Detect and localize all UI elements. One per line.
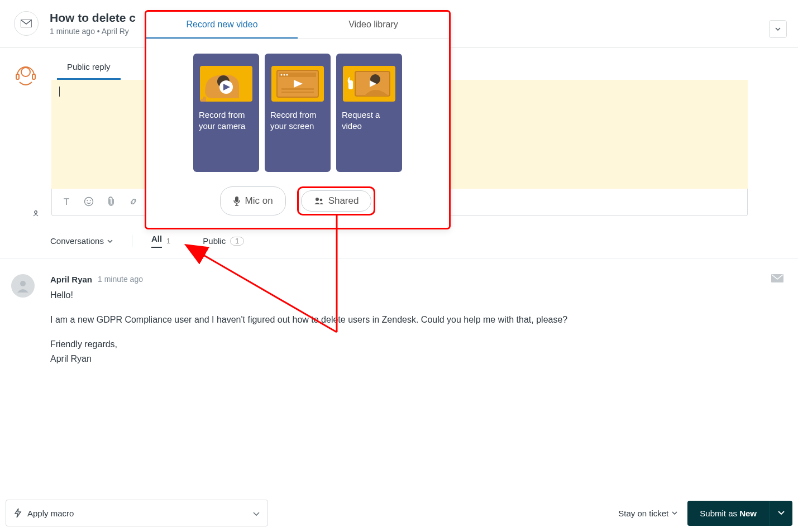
chevron-down-icon: [778, 511, 785, 515]
chevron-down-icon: [107, 239, 113, 243]
svg-point-7: [90, 200, 91, 201]
shared-button-highlight: Shared: [297, 186, 376, 215]
mic-icon: [233, 196, 241, 206]
conversations-label-text: Conversations: [50, 236, 104, 246]
msg-main: I am a new GDPR Compliance user and I ha…: [50, 313, 787, 327]
msg-sign2: April Ryan: [50, 352, 787, 366]
paperclip-icon: [107, 196, 116, 207]
submit-dropdown[interactable]: [769, 501, 792, 526]
shared-toggle[interactable]: Shared: [301, 190, 372, 212]
requester-avatar: [11, 274, 35, 298]
tab-video-library[interactable]: Video library: [298, 12, 449, 39]
svg-rect-2: [16, 74, 19, 79]
video-popover: Record new video Video library Record fr…: [145, 10, 451, 229]
chevron-down-icon: [775, 27, 781, 31]
bolt-icon: [14, 508, 22, 518]
chevron-down-icon: [672, 511, 677, 515]
conversations-label[interactable]: Conversations: [50, 236, 113, 246]
tab-record-new-video[interactable]: Record new video: [146, 12, 298, 39]
video-popover-tabs: Record new video Video library: [146, 12, 449, 39]
channel-badge: [14, 11, 39, 36]
card-camera-thumb: [200, 66, 252, 102]
apply-macro-button[interactable]: Apply macro: [6, 500, 268, 526]
msg-sign1: Friendly regards,: [50, 338, 787, 351]
card-record-screen[interactable]: Record from your screen: [265, 54, 331, 172]
ticket-meta: 1 minute ago • April Ry: [50, 27, 136, 36]
filter-all-count: 1: [166, 237, 170, 245]
link-icon: [128, 196, 138, 207]
divider: [132, 235, 132, 247]
svg-point-17: [284, 74, 285, 76]
stay-on-ticket[interactable]: Stay on ticket: [618, 509, 677, 518]
card-screen-thumb: [271, 66, 324, 102]
svg-point-10: [20, 281, 26, 286]
card-camera-label: Record from your camera: [199, 109, 254, 132]
filter-public-label: Public: [203, 236, 226, 246]
agent-sub-icon: [31, 208, 41, 218]
submit-button[interactable]: Submit as New: [687, 501, 769, 526]
mic-toggle[interactable]: Mic on: [220, 186, 286, 215]
shared-label: Shared: [328, 195, 359, 207]
svg-rect-20: [281, 92, 314, 93]
svg-point-1: [21, 68, 30, 76]
video-controls: Mic on Shared: [146, 182, 449, 228]
svg-point-25: [316, 198, 319, 201]
conversation-item: April Ryan 1 minute ago Hello! I am a ne…: [0, 258, 798, 378]
ticket-title: How to delete c: [50, 11, 136, 25]
right-actions: Stay on ticket Submit as New: [618, 501, 792, 526]
card-request-label: Request a video: [342, 109, 396, 132]
tab-public-reply[interactable]: Public reply: [57, 59, 121, 80]
card-request-thumb: [343, 66, 395, 102]
bottom-bar: Apply macro Stay on ticket Submit as New: [6, 500, 792, 526]
svg-rect-23: [348, 80, 353, 89]
mail-icon: [21, 20, 32, 27]
card-request-video[interactable]: Request a video: [336, 54, 402, 172]
conversation-text: Hello! I am a new GDPR Compliance user a…: [50, 289, 787, 366]
person-icon: [32, 210, 39, 217]
svg-rect-3: [32, 74, 35, 79]
stay-label: Stay on ticket: [618, 509, 668, 518]
msg-greeting: Hello!: [50, 289, 787, 302]
person-icon: [16, 279, 30, 293]
filter-all[interactable]: All 1: [151, 232, 170, 250]
headset-icon: [14, 62, 37, 85]
link-button[interactable]: [127, 195, 140, 208]
conversation-time: 1 minute ago: [98, 275, 143, 284]
submit-status: New: [739, 509, 757, 518]
card-screen-label: Record from your screen: [270, 109, 325, 132]
conversation-header: April Ryan 1 minute ago: [50, 274, 787, 284]
conversation-channel-icon: [771, 274, 787, 284]
filter-public-count: 1: [230, 237, 244, 246]
ticket-options-dropdown[interactable]: [769, 20, 787, 38]
svg-point-6: [87, 200, 88, 201]
conversation-author: April Ryan: [50, 275, 92, 284]
card-record-camera[interactable]: Record from your camera: [193, 54, 259, 172]
emoji-button[interactable]: [82, 195, 95, 208]
agent-avatar: [14, 62, 37, 216]
svg-point-5: [85, 198, 93, 206]
mic-label: Mic on: [245, 195, 273, 207]
mail-icon: [771, 274, 783, 282]
svg-rect-19: [281, 88, 314, 90]
submit-prefix: Submit as: [700, 509, 739, 518]
conversation-body: April Ryan 1 minute ago Hello! I am a ne…: [50, 274, 787, 367]
attachment-button[interactable]: [104, 195, 118, 208]
chevron-down-icon: [253, 509, 260, 518]
apply-macro-label: Apply macro: [27, 509, 74, 518]
video-cards: Record from your camera Record from your…: [146, 39, 449, 182]
format-text-button[interactable]: [60, 195, 73, 208]
svg-point-16: [281, 74, 283, 76]
svg-point-26: [319, 199, 322, 202]
text-icon: [62, 197, 71, 206]
svg-rect-24: [235, 196, 238, 202]
smile-icon: [84, 196, 94, 207]
svg-point-18: [286, 74, 288, 76]
submit-group: Submit as New: [687, 501, 792, 526]
filter-all-label: All: [151, 234, 162, 248]
people-icon: [314, 197, 324, 205]
text-cursor: [59, 87, 60, 97]
ticket-heading-block: How to delete c 1 minute ago • April Ry: [50, 11, 136, 36]
filter-public[interactable]: Public 1: [203, 234, 244, 248]
svg-point-4: [35, 211, 37, 214]
